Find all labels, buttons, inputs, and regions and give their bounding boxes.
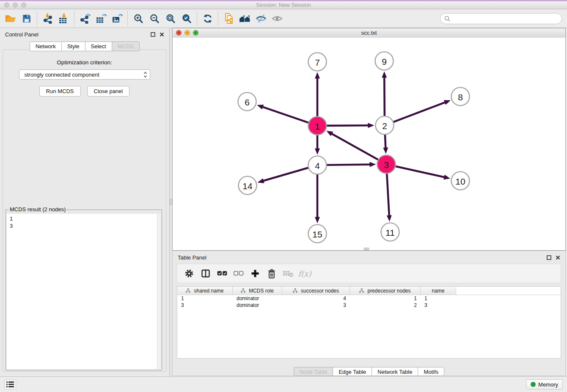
graph-node-4[interactable]: 4 [308, 156, 327, 174]
network-canvas[interactable]: 7968124314101511 [173, 38, 565, 250]
table-cell[interactable]: 1 [421, 295, 456, 301]
edge-1-2[interactable] [325, 123, 374, 128]
task-history-button[interactable] [4, 379, 16, 389]
zoom-selected-icon [182, 14, 192, 24]
edge-3-10[interactable] [394, 166, 450, 179]
edge-2-9[interactable] [382, 71, 387, 117]
edge-1-7[interactable] [315, 72, 320, 118]
open-session-button[interactable] [3, 12, 19, 25]
edge-2-3[interactable] [383, 133, 388, 154]
canvas-scroll-handle[interactable] [364, 248, 369, 250]
tab-mcds[interactable]: MCDS [112, 41, 140, 51]
float-panel-button[interactable] [151, 32, 155, 37]
memory-button[interactable]: Memory [526, 379, 563, 389]
graph-node-14[interactable]: 14 [239, 177, 257, 195]
function-builder-button[interactable]: f(x) [298, 267, 311, 280]
table-row[interactable]: 3dominator323 [177, 302, 561, 309]
close-panel-action-button[interactable]: Close panel [87, 86, 130, 97]
graph-node-1[interactable]: 1 [308, 117, 327, 135]
search-input[interactable] [453, 15, 561, 22]
zoom-in-icon [133, 14, 143, 24]
tab-select[interactable]: Select [85, 41, 112, 51]
zoom-selected-button[interactable] [179, 12, 195, 25]
graph-node-3[interactable]: 3 [377, 155, 396, 174]
deselect-all-button[interactable] [232, 267, 245, 280]
show-all-networks-button[interactable] [237, 12, 253, 25]
zoom-out-button[interactable] [146, 12, 162, 25]
zoom-fit-button[interactable] [162, 12, 179, 25]
tab-network[interactable]: Network [30, 41, 62, 51]
table-cell[interactable]: 1 [177, 295, 233, 301]
toolbar-separator [197, 11, 198, 26]
edge-3-11[interactable] [387, 172, 392, 221]
column-header-shared-name[interactable]: shared name [177, 287, 233, 295]
tab-network-table[interactable]: Network Table [372, 367, 418, 376]
table-settings-button[interactable] [182, 267, 196, 280]
graph-node-15[interactable]: 15 [308, 225, 327, 243]
table-cell[interactable]: 3 [177, 302, 233, 308]
table-cell[interactable]: 4 [282, 295, 350, 301]
show-column-panel-button[interactable] [199, 267, 212, 280]
table-cell[interactable]: dominator [233, 295, 282, 301]
edge-4-3[interactable] [325, 162, 376, 167]
maximize-network-button[interactable]: + [193, 30, 198, 36]
show-hidden-button[interactable] [269, 12, 285, 25]
graph-node-11[interactable]: 11 [381, 223, 399, 241]
tab-edge-table[interactable]: Edge Table [333, 367, 372, 376]
edge-4-15[interactable] [315, 174, 320, 224]
add-row-button[interactable] [248, 267, 262, 280]
edge-1-6[interactable] [257, 105, 309, 123]
column-header-name[interactable]: name [421, 287, 456, 295]
delete-row-button[interactable] [265, 267, 278, 280]
table-cell[interactable]: 3 [282, 302, 350, 308]
run-mcds-button[interactable]: Run MCDS [39, 86, 81, 97]
close-window-button[interactable] [4, 3, 9, 8]
tab-motifs[interactable]: Motifs [418, 367, 444, 376]
edge-4-14[interactable] [258, 167, 310, 183]
import-network-button[interactable] [40, 12, 56, 25]
optimization-criterion-label: Optimization criterion: [3, 59, 166, 66]
graph-node-2[interactable]: 2 [376, 116, 394, 135]
zoom-in-button[interactable] [130, 12, 146, 25]
result-scrollbar[interactable] [157, 214, 161, 369]
criterion-dropdown[interactable]: strongly connected component [19, 69, 150, 80]
export-image-button[interactable] [109, 12, 125, 25]
graph-node-7[interactable]: 7 [308, 53, 327, 71]
select-all-button[interactable] [215, 267, 229, 280]
export-table-button[interactable] [93, 12, 109, 25]
graph-node-10[interactable]: 10 [451, 172, 470, 190]
table-cell[interactable]: 1 [350, 295, 421, 301]
edge-2-8[interactable] [392, 100, 451, 122]
maximize-window-button[interactable] [21, 3, 26, 8]
new-network-from-selection-button[interactable] [221, 12, 237, 25]
table-cell[interactable]: 3 [421, 302, 456, 308]
delete-table-button[interactable] [281, 267, 295, 280]
graph-node-9[interactable]: 9 [375, 52, 394, 70]
refresh-layout-button[interactable] [200, 12, 216, 25]
minimize-network-button[interactable]: − [184, 30, 190, 36]
table-cell[interactable]: dominator [233, 302, 282, 308]
export-network-button[interactable] [77, 12, 93, 25]
float-table-panel-button[interactable] [547, 255, 551, 260]
tab-style[interactable]: Style [61, 41, 85, 51]
close-panel-button[interactable] [160, 32, 164, 37]
mcds-result-area[interactable]: 13 [7, 214, 161, 369]
control-panel-tabs: NetworkStyleSelectMCDS [0, 41, 169, 51]
column-header-successor-nodes[interactable]: successor nodes [282, 287, 350, 295]
edge-1-4[interactable] [315, 134, 320, 155]
close-network-button[interactable]: × [176, 30, 182, 36]
edge-3-1[interactable] [326, 131, 379, 160]
column-header-MCDS-role[interactable]: MCDS role [233, 287, 282, 295]
save-session-button[interactable] [19, 12, 35, 25]
graph-node-6[interactable]: 6 [238, 93, 256, 111]
table-cell[interactable]: 2 [350, 302, 421, 308]
import-table-button[interactable] [56, 12, 72, 25]
column-header-predecessor-nodes[interactable]: predecessor nodes [350, 287, 421, 295]
tab-node-table[interactable]: Node Table [294, 367, 333, 376]
close-table-panel-button[interactable] [556, 255, 560, 260]
search-box[interactable] [440, 13, 562, 24]
hide-selected-button[interactable] [253, 12, 269, 25]
graph-node-8[interactable]: 8 [451, 88, 470, 106]
table-row[interactable]: 1dominator411 [177, 295, 561, 302]
minimize-window-button[interactable] [13, 3, 18, 8]
